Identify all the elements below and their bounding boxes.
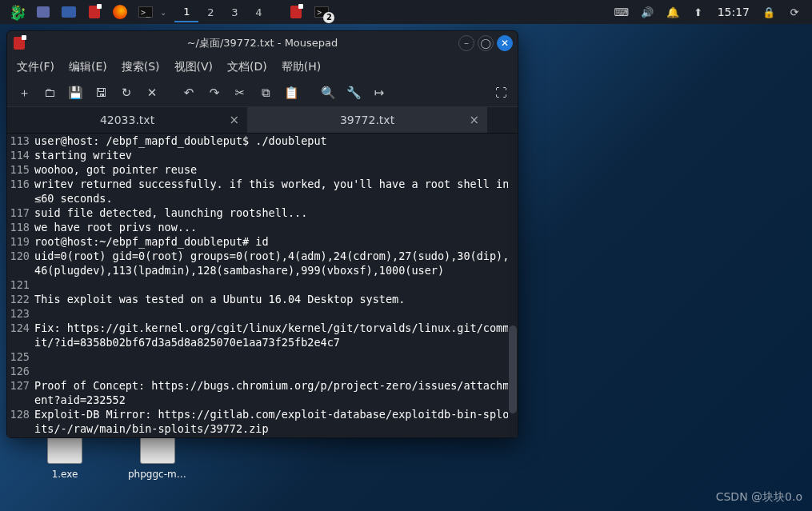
redo-icon[interactable]: ↷ (204, 82, 225, 103)
line-text[interactable]: writev returned successfully. if this wo… (34, 177, 518, 206)
taskbar: 🐉 >_ ⌄ 1 2 3 4 >_ 2 ⌨ 🔊 🔔 ⬆ 15:17 🔒 ⟳ (0, 0, 812, 24)
menu-view[interactable]: 视图(V) (174, 60, 214, 74)
copy-icon[interactable]: ⧉ (255, 82, 276, 103)
line-text[interactable]: woohoo, got pointer reuse (34, 162, 518, 177)
maximize-button[interactable]: ◯ (478, 35, 494, 51)
cut-icon[interactable]: ✂ (230, 82, 250, 103)
new-file-icon[interactable]: ＋ (14, 82, 34, 103)
save-icon[interactable]: 💾 (65, 82, 86, 103)
fullscreen-icon[interactable]: ⛶ (490, 82, 511, 103)
watermark: CSDN @块块0.o (716, 490, 802, 505)
find-icon[interactable]: 🔍 (318, 82, 338, 103)
editor-line[interactable]: 116writev returned successfully. if this… (7, 177, 518, 206)
desktop-icon-label: phpggc-ma… (128, 469, 187, 480)
editor-line[interactable]: 117suid file detected, launching rootshe… (7, 206, 518, 220)
editor-line[interactable]: 120uid=0(root) gid=0(root) groups=0(root… (7, 249, 518, 277)
line-number: 120 (7, 249, 34, 263)
line-text[interactable]: uid=0(root) gid=0(root) groups=0(root),4… (34, 249, 518, 277)
keyboard-icon[interactable]: ⌨ (610, 2, 633, 22)
tab-label: 39772.txt (340, 114, 394, 126)
line-number: 118 (7, 220, 34, 234)
menu-search[interactable]: 搜索(S) (122, 60, 160, 74)
task-mousepad[interactable] (285, 2, 307, 22)
undo-icon[interactable]: ↶ (178, 82, 199, 103)
tab-42033[interactable]: 42033.txt × (7, 107, 247, 133)
clock[interactable]: 15:17 (718, 6, 750, 18)
menu-edit[interactable]: 编辑(E) (69, 60, 107, 74)
editor-line[interactable]: 113user@host: /ebpf_mapfd_doubleput$ ./d… (7, 134, 518, 148)
line-text[interactable]: Proof of Concept: https://bugs.chromium.… (34, 378, 518, 407)
line-number: 125 (7, 349, 34, 364)
line-number: 122 (7, 292, 34, 306)
save-as-icon[interactable]: 🖫 (90, 82, 111, 103)
mousepad-window: ~/桌面/39772.txt - Mousepad – ◯ ✕ 文件(F) 编辑… (6, 30, 518, 438)
editor-line[interactable]: 115woohoo, got pointer reuse (7, 162, 518, 177)
line-number: 115 (7, 162, 34, 177)
find-replace-icon[interactable]: 🔧 (343, 82, 364, 103)
app-menu-button[interactable]: 🐉 (6, 2, 29, 22)
line-number: 114 (7, 148, 34, 162)
line-number: 119 (7, 234, 34, 249)
close-file-icon[interactable]: ✕ (142, 82, 162, 103)
notifications-icon[interactable]: 🔔 (662, 2, 684, 22)
editor-line[interactable]: 114starting writev (7, 148, 518, 162)
menu-help[interactable]: 帮助(H) (282, 60, 321, 74)
editor-line[interactable]: 128Exploit-DB Mirror: https://gitlab.com… (7, 407, 518, 436)
firefox-button[interactable] (109, 2, 131, 22)
line-text[interactable]: This exploit was tested on a Ubuntu 16.0… (34, 292, 518, 306)
lock-icon[interactable]: 🔒 (758, 2, 780, 22)
line-text[interactable]: starting writev (34, 148, 518, 162)
terminal-button[interactable]: >_ (134, 2, 157, 22)
line-text[interactable]: Exploit-DB Mirror: https://gitlab.com/ex… (34, 407, 518, 436)
line-text[interactable]: we have root privs now... (34, 220, 518, 234)
editor[interactable]: 113user@host: /ebpf_mapfd_doubleput$ ./d… (7, 134, 518, 437)
line-number: 127 (7, 378, 34, 393)
desktop-icon-label: 1.exe (35, 469, 94, 480)
window-app-icon (14, 37, 25, 50)
tabbar: 42033.txt × 39772.txt × (7, 107, 518, 134)
files-button[interactable] (58, 2, 80, 22)
goto-line-icon[interactable]: ↦ (369, 82, 390, 103)
editor-line[interactable]: 124Fix: https://git.kernel.org/cgit/linu… (7, 321, 518, 349)
reload-icon[interactable]: ↻ (116, 82, 137, 103)
tab-close-icon[interactable]: × (469, 113, 479, 127)
tab-39772[interactable]: 39772.txt × (247, 107, 487, 133)
titlebar[interactable]: ~/桌面/39772.txt - Mousepad – ◯ ✕ (7, 31, 518, 55)
workspace-3[interactable]: 3 (222, 2, 246, 22)
line-text[interactable]: Fix: https://git.kernel.org/cgit/linux/k… (34, 321, 518, 349)
paste-icon[interactable]: 📋 (281, 82, 302, 103)
updates-icon[interactable]: ⬆ (687, 2, 710, 22)
toolbar: ＋ 🗀 💾 🖫 ↻ ✕ ↶ ↷ ✂ ⧉ 📋 🔍 🔧 ↦ ⛶ (7, 79, 518, 107)
line-number: 116 (7, 177, 34, 191)
line-number: 117 (7, 206, 34, 220)
editor-line[interactable]: 125 (7, 349, 518, 364)
close-button[interactable]: ✕ (497, 35, 513, 51)
minimize-button[interactable]: – (458, 35, 474, 51)
editor-button[interactable] (83, 2, 106, 22)
power-icon[interactable]: ⟳ (783, 2, 806, 22)
editor-line[interactable]: 123 (7, 306, 518, 321)
menubar: 文件(F) 编辑(E) 搜索(S) 视图(V) 文档(D) 帮助(H) (7, 55, 518, 79)
editor-line[interactable]: 121 (7, 277, 518, 292)
volume-icon[interactable]: 🔊 (636, 2, 658, 22)
open-file-icon[interactable]: 🗀 (39, 82, 60, 103)
line-text[interactable]: user@host: /ebpf_mapfd_doubleput$ ./doub… (34, 134, 518, 148)
editor-line[interactable]: 118we have root privs now... (7, 220, 518, 234)
editor-line[interactable]: 126 (7, 364, 518, 378)
screenshot-button[interactable] (32, 2, 54, 22)
menu-file[interactable]: 文件(F) (17, 60, 54, 74)
tab-close-icon[interactable]: × (229, 113, 239, 127)
editor-line[interactable]: 127Proof of Concept: https://bugs.chromi… (7, 378, 518, 407)
scrollbar[interactable] (508, 134, 518, 437)
scrollbar-thumb[interactable] (509, 325, 517, 413)
workspace-2[interactable]: 2 (198, 2, 222, 22)
workspace-4[interactable]: 4 (246, 2, 270, 22)
line-text[interactable]: root@host:~/ebpf_mapfd_doubleput# id (34, 234, 518, 249)
workspace-1[interactable]: 1 (174, 2, 198, 22)
menu-document[interactable]: 文档(D) (227, 60, 267, 74)
terminal-dropdown-icon[interactable]: ⌄ (160, 8, 166, 17)
line-text[interactable]: suid file detected, launching rootshell.… (34, 206, 518, 220)
editor-line[interactable]: 119root@host:~/ebpf_mapfd_doubleput# id (7, 234, 518, 249)
editor-line[interactable]: 122This exploit was tested on a Ubuntu 1… (7, 292, 518, 306)
task-terminal[interactable]: >_ 2 (310, 2, 333, 22)
